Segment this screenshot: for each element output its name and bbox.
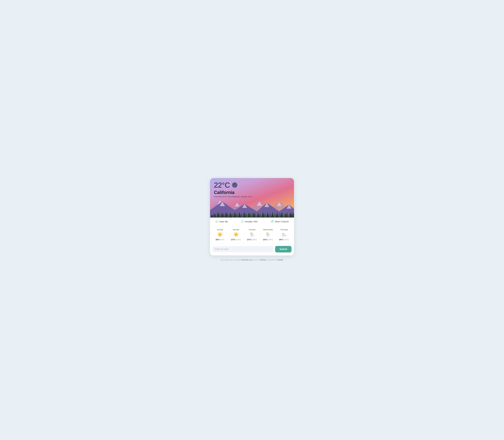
forecast-icon: ☀️ — [233, 232, 239, 237]
submit-button[interactable]: Submit — [275, 246, 292, 252]
footer-github: GitHub — [260, 259, 266, 261]
footer-text-middle: and is on — [252, 259, 260, 261]
svg-point-3 — [233, 185, 234, 186]
condition-stat: Clear Sky — [215, 220, 228, 224]
forecast-icon: 🌦️ — [265, 232, 271, 237]
footer-text-after: and hosted on — [266, 259, 278, 261]
forecast-day: Thursday 🌥️ 20°C / 11°C — [279, 229, 289, 241]
svg-point-71 — [216, 221, 218, 222]
temperature-display: 22°C — [214, 181, 230, 189]
footer-text-before: This project was coded by — [221, 259, 241, 261]
forecast-day-name: Tuesday — [248, 229, 255, 231]
forecast-row: Sunday ☀️ 26°C / 9°C Monday ☀️ 27°C / 14… — [210, 226, 294, 244]
humidity-icon — [241, 220, 244, 224]
weather-card: 22°C California Feels like 22°C | Your t… — [210, 178, 294, 255]
forecast-day-name: Monday — [233, 229, 239, 231]
forecast-day: Tuesday 🌦️ 27°C / 18°C — [247, 229, 257, 241]
humidity-label: Humidity: 59% — [245, 221, 257, 223]
footer-author: Charlotte Lee — [241, 259, 252, 261]
feels-like: Feels like 22°C | Your timezone: Sunday,… — [214, 195, 252, 198]
footer: This project was coded by Charlotte Lee … — [221, 259, 283, 262]
svg-point-2 — [235, 185, 236, 186]
forecast-temp: 23°C / 18°C — [263, 238, 273, 241]
forecast-day: Wednesday 🌦️ 23°C / 18°C — [263, 229, 273, 241]
temp-row: 22°C — [214, 181, 252, 189]
forecast-icon: 🌥️ — [281, 232, 287, 237]
weather-banner: 22°C California Feels like 22°C | Your t… — [210, 178, 294, 218]
svg-point-0 — [232, 182, 238, 188]
stats-row: Clear Sky Humidity: 59% Wind: 5.01km/h — [210, 218, 294, 226]
forecast-temp: 27°C / 18°C — [247, 238, 257, 241]
city-input[interactable] — [212, 246, 274, 252]
forecast-temp: 26°C / 9°C — [216, 238, 224, 241]
condition-label: Clear Sky — [219, 221, 228, 223]
forecast-day-name: Sunday — [217, 229, 223, 231]
banner-info: 22°C California Feels like 22°C | Your t… — [214, 181, 252, 198]
cloud-icon — [215, 220, 218, 224]
city-name: California — [214, 190, 252, 195]
forecast-icon: 🌦️ — [249, 232, 255, 237]
wind-icon — [271, 220, 274, 223]
forecast-temp: 27°C / 14°C — [231, 238, 241, 241]
forecast-day-name: Thursday — [280, 229, 288, 231]
forecast-icon: ☀️ — [217, 232, 223, 237]
forecast-day: Monday ☀️ 27°C / 14°C — [231, 229, 241, 241]
forecast-day-name: Wednesday — [263, 229, 273, 231]
wind-label: Wind: 5.01km/h — [275, 221, 289, 223]
footer-host: Netlify — [278, 259, 283, 261]
forecast-day: Sunday ☀️ 26°C / 9°C — [215, 229, 225, 241]
moon-icon — [232, 182, 238, 188]
humidity-stat: Humidity: 59% — [241, 220, 257, 224]
footer-text-end: . — [283, 259, 283, 261]
svg-point-1 — [233, 183, 235, 185]
input-row: Submit — [210, 244, 294, 255]
wind-stat: Wind: 5.01km/h — [271, 220, 289, 223]
forecast-temp: 20°C / 11°C — [279, 238, 289, 241]
